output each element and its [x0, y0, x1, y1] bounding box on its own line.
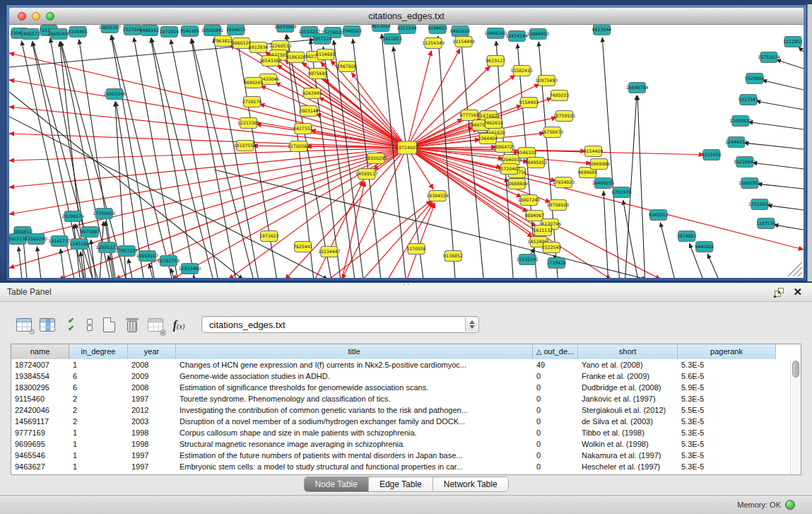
graph-node[interactable]: 2967608	[337, 62, 357, 72]
graph-edge[interactable]	[744, 143, 804, 149]
graph-edge[interactable]	[461, 39, 483, 278]
graph-node[interactable]: 9154403	[519, 98, 539, 108]
graph-edge[interactable]	[758, 184, 804, 189]
graph-node[interactable]: 9875685	[308, 69, 328, 79]
cell-title[interactable]: Disruption of a novel member of a sodium…	[176, 416, 533, 427]
graph-edge[interactable]	[151, 38, 213, 278]
graph-node[interactable]: 1170056	[406, 244, 426, 255]
graph-node[interactable]: 10688609	[506, 179, 529, 189]
table-row[interactable]: 2242004622012Investigating the contribut…	[11, 404, 801, 416]
graph-edge[interactable]	[774, 225, 804, 230]
graph-node[interactable]: 17957233	[116, 246, 139, 257]
tab-network-table[interactable]: Network Table	[433, 477, 508, 491]
cell-out_degree[interactable]: 49	[533, 359, 578, 370]
cell-in_degree[interactable]: 6	[69, 382, 128, 393]
graph-node[interactable]: 17654923	[553, 177, 575, 188]
table-row[interactable]: 1830029562008Estimation of significance …	[11, 382, 801, 393]
cell-pagerank[interactable]: 5.3E-5	[678, 393, 776, 404]
cell-year[interactable]: 2008	[128, 359, 176, 370]
cell-out_degree[interactable]: 0	[533, 404, 578, 416]
graph-node[interactable]: 16864950	[527, 29, 550, 40]
graph-node[interactable]: 8427552	[293, 124, 313, 134]
graph-node[interactable]: 18300295	[365, 153, 387, 164]
cell-pagerank[interactable]: 5.3E-5	[678, 416, 776, 427]
graph-node[interactable]: 9777169	[459, 110, 479, 121]
graph-node[interactable]: 15751074	[758, 52, 780, 63]
cell-title[interactable]: Estimation of the future numbers of pati…	[176, 450, 533, 461]
graph-edge[interactable]	[776, 59, 804, 69]
cell-year[interactable]: 2008	[128, 382, 176, 393]
cell-year[interactable]: 1997	[128, 461, 176, 472]
graph-node[interactable]: 8912934	[249, 42, 269, 53]
graph-edge[interactable]	[763, 80, 804, 90]
cell-year[interactable]: 1997	[128, 393, 176, 404]
graph-node[interactable]: 12923460	[179, 264, 201, 274]
graph-node[interactable]: 19142737	[48, 236, 71, 247]
column-header-short[interactable]: short	[578, 344, 678, 359]
graph-node[interactable]: 16648784	[626, 83, 649, 93]
cell-name[interactable]: 22420046	[11, 404, 69, 416]
graph-node[interactable]: 1654633	[226, 25, 246, 35]
graph-node[interactable]: 18495952	[525, 158, 548, 168]
cell-title[interactable]: Embryonic stem cells: a model to study s…	[176, 461, 533, 472]
graph-node[interactable]: 9619127	[486, 56, 505, 66]
cell-out_degree[interactable]: 0	[533, 461, 578, 472]
graph-node[interactable]: 14569117	[355, 169, 378, 180]
graph-edge[interactable]	[9, 148, 407, 268]
table-settings-icon[interactable]: ⚙	[14, 315, 34, 334]
graph-edge[interactable]	[111, 35, 154, 278]
table-row[interactable]: 1456911722003Disruption of a novel membe…	[11, 416, 801, 427]
network-canvas[interactable]: 1872400779638228860128891293422260533982…	[9, 25, 804, 278]
network-view-window[interactable]: citations_edges.txt 18724007796382288601…	[6, 4, 807, 281]
graph-node[interactable]: 8215958	[702, 150, 722, 160]
cell-short[interactable]: Dudbridge et al. (2008)	[578, 382, 678, 393]
table-row[interactable]: 1938455462009Genome-wide association stu…	[11, 370, 801, 382]
cell-in_degree[interactable]: 2	[69, 393, 128, 404]
cell-pagerank[interactable]: 5.9E-5	[678, 382, 776, 393]
graph-node[interactable]: 9245012	[649, 210, 669, 221]
cell-in_degree[interactable]: 1	[69, 450, 128, 461]
memory-status-indicator[interactable]	[785, 500, 795, 510]
graph-edge[interactable]	[171, 40, 218, 278]
table-scrollbar[interactable]	[790, 359, 801, 474]
cell-out_degree[interactable]: 0	[533, 438, 578, 450]
graph-node[interactable]: 9890265	[244, 78, 264, 88]
graph-edge[interactable]	[23, 240, 27, 278]
graph-edge[interactable]	[73, 224, 80, 278]
column-header-pagerank[interactable]: pagerank	[678, 344, 776, 359]
graph-node[interactable]: 9154409	[584, 146, 604, 157]
graph-node[interactable]: 16409253	[592, 178, 615, 189]
graph-node[interactable]: 7625441	[293, 242, 313, 252]
graph-edge[interactable]	[112, 35, 172, 278]
resize-grip[interactable]	[788, 262, 802, 276]
graph-node[interactable]: 15135141	[517, 255, 539, 265]
graph-node[interactable]: 10969986	[588, 159, 611, 170]
cell-out_degree[interactable]: 0	[533, 416, 578, 427]
graph-node[interactable]: 9884067	[525, 211, 545, 221]
float-panel-icon[interactable]	[775, 288, 784, 297]
graph-node[interactable]: 9975887	[80, 227, 100, 238]
graph-node[interactable]: 16033809	[274, 25, 297, 33]
graph-node[interactable]: 6791970	[612, 187, 632, 198]
graph-node[interactable]: 1187536	[756, 218, 776, 229]
graph-edge[interactable]	[393, 47, 423, 278]
graph-node[interactable]: 9242845	[302, 88, 322, 99]
graph-edge[interactable]	[660, 223, 674, 278]
graph-edge[interactable]	[329, 201, 432, 278]
graph-node[interactable]: 9546320	[517, 148, 537, 158]
graph-edge[interactable]	[388, 202, 434, 278]
graph-edge[interactable]	[149, 264, 153, 278]
table-row[interactable]: 911546021997Tourette syndrome. Phenomeno…	[11, 393, 801, 404]
cell-title[interactable]: Investigating the contribution of common…	[176, 404, 533, 416]
graph-node[interactable]: 12093832	[729, 116, 752, 127]
graph-node[interactable]: 15692951	[739, 178, 761, 189]
cell-short[interactable]: Franke et al. (2009)	[578, 370, 678, 382]
cell-pagerank[interactable]: 5.3E-5	[678, 427, 776, 438]
graph-node[interactable]: 8613044	[592, 25, 612, 35]
graph-node[interactable]: 15582415	[511, 66, 534, 76]
graph-node[interactable]: 19756928	[547, 200, 570, 211]
graph-node[interactable]: 2522545	[542, 243, 562, 253]
cell-name[interactable]: 18300295	[11, 382, 69, 393]
graph-node[interactable]: 9194003	[428, 25, 447, 34]
scrollbar-thumb[interactable]	[792, 361, 799, 378]
